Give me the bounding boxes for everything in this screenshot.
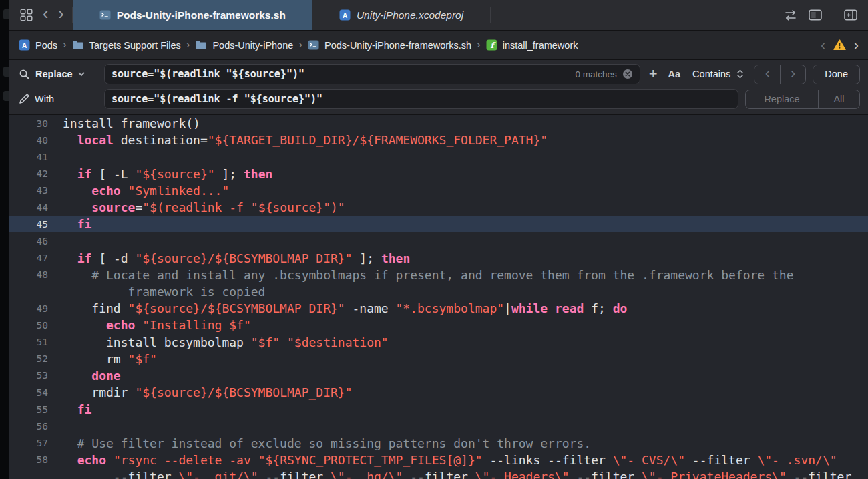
breadcrumb-separator: › [186, 38, 191, 53]
tab-label: Unity-iPhone.xcodeproj [357, 9, 463, 21]
breadcrumb-label: Pods-Unity-iPhone [212, 40, 293, 51]
code-editor[interactable]: 30install_framework()40 local destinatio… [9, 115, 868, 479]
breadcrumb-item-frameworks-sh[interactable]: Pods-Unity-iPhone-frameworks.sh [308, 39, 471, 51]
line-number: 44 [9, 202, 48, 213]
next-issue-button[interactable]: › [854, 37, 859, 53]
done-button[interactable]: Done [813, 65, 860, 84]
code-text: done [48, 369, 121, 383]
search-input[interactable]: source="$(readlink "${source}")" 0 match… [104, 64, 640, 84]
breadcrumb-label: install_framework [503, 40, 578, 51]
breadcrumb-label: Pods-Unity-iPhone-frameworks.sh [324, 40, 471, 51]
add-pattern-button[interactable]: + [647, 65, 660, 83]
line-number: 48 [9, 269, 48, 280]
xcode-project-icon: A [339, 9, 351, 21]
back-button[interactable]: ‹ [43, 5, 48, 25]
with-label: With [35, 94, 54, 104]
code-line[interactable]: 46 [9, 232, 868, 249]
search-icon [19, 69, 30, 80]
line-number: 47 [9, 253, 48, 263]
script-file-icon [99, 9, 111, 21]
code-text: --filter \"- .git/\" --filter \"- .hg/\"… [48, 470, 851, 479]
line-number: 51 [9, 337, 48, 347]
line-number: 45 [9, 219, 48, 230]
code-line-current[interactable]: 45 fi [9, 216, 868, 232]
code-text: source="$(readlink -f "${source}")" [48, 200, 345, 214]
tab-unity-iphone-xcodeproj[interactable]: A Unity-iPhone.xcodeproj [312, 0, 490, 30]
search-value: source="$(readlink "${source}")" [112, 68, 570, 80]
breadcrumb: A Pods › Targets Support Files › Pods-Un… [9, 31, 868, 60]
replace-input[interactable]: source="$(readlink -f "${source}")" [104, 89, 738, 109]
tab-divider [490, 7, 491, 23]
clear-search-icon[interactable] [622, 69, 633, 79]
code-line[interactable]: 42 if [ -L "${source}" ]; then [9, 166, 868, 182]
code-line[interactable]: 58 echo "rsync --delete -av "${RSYNC_PRO… [9, 452, 868, 468]
code-line[interactable]: 40 local destination="${TARGET_BUILD_DIR… [9, 132, 868, 148]
code-text: framework is copied [48, 285, 265, 299]
code-text: local destination="${TARGET_BUILD_DIR}/$… [48, 133, 548, 147]
breadcrumb-label: Pods [35, 40, 57, 51]
warning-icon[interactable] [833, 39, 846, 51]
code-lines: 30install_framework()40 local destinatio… [9, 115, 868, 479]
code-line[interactable]: 55 fi [9, 401, 868, 418]
breadcrumb-item-project[interactable]: A Pods [19, 39, 57, 51]
navigator-edge-mark [3, 91, 9, 101]
code-text: if [ -d "${source}/${BCSYMBOLMAP_DIR}" ]… [48, 251, 410, 265]
code-line[interactable]: 56 [9, 418, 868, 434]
line-number: 54 [9, 387, 48, 398]
previous-issue-button[interactable]: ‹ [821, 37, 825, 53]
related-items-swap-icon[interactable] [783, 10, 798, 21]
code-line[interactable]: 44 source="$(readlink -f "${source}")" [9, 199, 868, 216]
code-line[interactable]: 50 echo "Installing $f" [9, 317, 868, 333]
code-line[interactable]: --filter \"- .git/\" --filter \"- .hg/\"… [9, 468, 868, 479]
code-line[interactable]: 53 done [9, 367, 868, 384]
replace-with-label-group: With [19, 94, 97, 104]
match-count: 0 matches [575, 69, 616, 79]
tab-overview-icon[interactable] [20, 9, 33, 21]
code-line[interactable]: framework is copied [9, 283, 868, 300]
replace-all-button[interactable]: All [818, 90, 859, 108]
code-line[interactable]: 48 # Locate and install any .bcsymbolmap… [9, 267, 868, 283]
code-line[interactable]: 57 # Use filter instead of exclude so mi… [9, 435, 868, 452]
navigator-edge-mark [3, 67, 9, 77]
code-text: echo "Symlinked..." [48, 184, 229, 198]
svg-text:A: A [22, 42, 27, 49]
folder-icon [72, 40, 84, 50]
find-mode-dropdown[interactable]: Replace [19, 69, 97, 80]
find-mode-label: Replace [35, 69, 73, 79]
project-icon: A [19, 39, 30, 51]
code-line[interactable]: 54 rmdir "${source}/${BCSYMBOLMAP_DIR}" [9, 384, 868, 401]
match-style-label: Contains [692, 69, 730, 79]
find-previous-button[interactable]: ‹ [754, 65, 780, 84]
line-number: 40 [9, 135, 48, 146]
line-number: 41 [9, 152, 48, 162]
match-case-button[interactable]: Aa [666, 69, 683, 79]
breadcrumb-separator: › [476, 38, 481, 53]
code-line[interactable]: 51 install_bcsymbolmap "$f" "$destinatio… [9, 333, 868, 350]
code-line[interactable]: 52 rm "$f" [9, 351, 868, 367]
replace-button[interactable]: Replace [746, 90, 818, 108]
line-number: 49 [9, 303, 48, 314]
forward-button[interactable]: › [58, 5, 63, 25]
breadcrumb-item-install-framework[interactable]: f install_framework [486, 39, 578, 51]
code-line[interactable]: 30install_framework() [9, 115, 868, 132]
tab-label: Pods-Unity-iPhone-frameworks.sh [117, 9, 286, 21]
breadcrumb-item-pods-unity-iphone[interactable]: Pods-Unity-iPhone [195, 40, 293, 51]
find-next-button[interactable]: › [780, 65, 805, 84]
code-line[interactable]: 43 echo "Symlinked..." [9, 182, 868, 199]
code-text: # Locate and install any .bcsymbolmaps i… [48, 268, 794, 282]
tab-pods-frameworks-sh[interactable]: Pods-Unity-iPhone-frameworks.sh [73, 0, 312, 30]
script-file-icon [308, 39, 319, 51]
find-row: Replace source="$(readlink "${source}")"… [19, 63, 860, 85]
editor-options-icon[interactable] [809, 9, 822, 21]
code-text: rmdir "${source}/${BCSYMBOLMAP_DIR}" [48, 385, 353, 400]
breadcrumb-label: Targets Support Files [89, 40, 181, 51]
code-line[interactable]: 49 find "${source}/${BCSYMBOLMAP_DIR}" -… [9, 300, 868, 317]
match-style-dropdown[interactable]: Contains [689, 69, 747, 79]
svg-text:A: A [343, 12, 347, 19]
line-number: 56 [9, 421, 48, 432]
add-editor-icon[interactable] [844, 9, 857, 21]
chevron-down-icon [78, 72, 85, 77]
breadcrumb-item-targets-support-files[interactable]: Targets Support Files [72, 40, 181, 51]
code-line[interactable]: 41 [9, 148, 868, 165]
code-line[interactable]: 47 if [ -d "${source}/${BCSYMBOLMAP_DIR}… [9, 250, 868, 267]
